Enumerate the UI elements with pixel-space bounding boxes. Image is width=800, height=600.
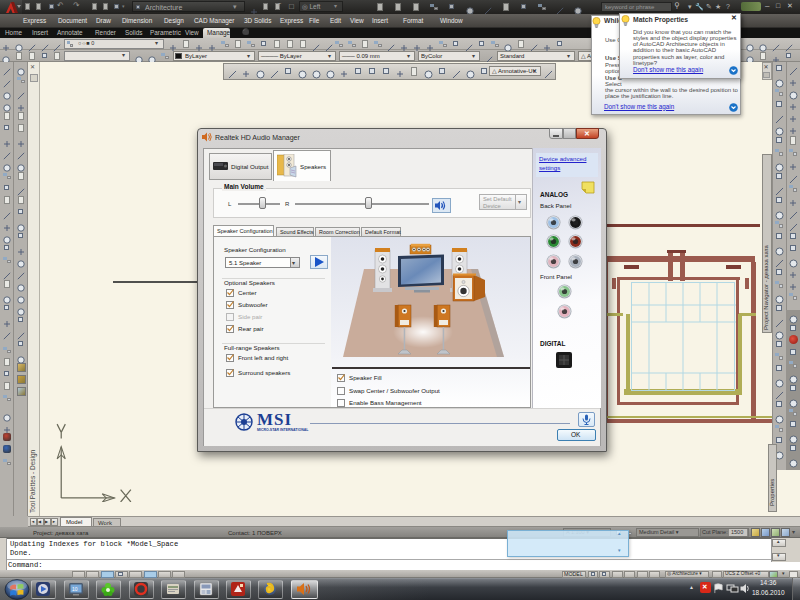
svg-text:10: 10 (72, 586, 78, 592)
